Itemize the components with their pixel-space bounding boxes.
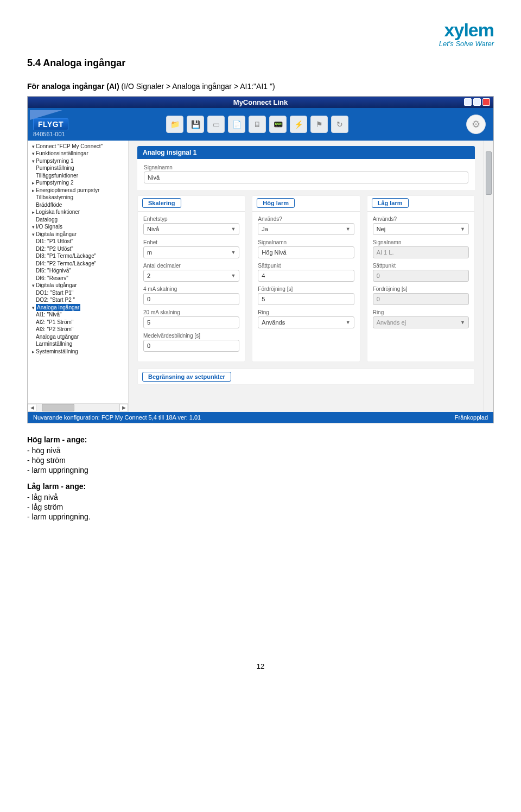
scroll-right-arrow-icon[interactable]: ▶ — [119, 404, 128, 411]
medel-input[interactable]: 0 — [143, 340, 239, 352]
lag-larm-heading-text: Låg larm - ange: — [27, 482, 494, 491]
tree-item[interactable]: DI2: "P2 Utlöst" — [30, 245, 128, 253]
hog-signal-label: Signalnamn — [258, 239, 354, 245]
section-heading: 5.4 Analoga ingångar — [27, 58, 494, 69]
list-item: - hög ström — [27, 456, 494, 465]
window-controls — [464, 98, 490, 106]
tree-item[interactable]: DI5: "Högnivå" — [30, 267, 128, 275]
20ma-input[interactable]: 5 — [143, 316, 239, 328]
lag-delay-input[interactable]: 0 — [373, 293, 469, 305]
tree-item[interactable]: DO1: "Start P1" — [30, 289, 128, 297]
signalname-input[interactable]: Nivå — [144, 172, 468, 183]
tree-triangle-icon: ▾ — [31, 282, 36, 289]
tree-item[interactable]: DI4: "P2 Termo/Läckage" — [30, 260, 128, 268]
setpoint-limit-section[interactable]: Begränsning av setpunkter — [137, 369, 475, 385]
lag-ring-select[interactable]: Används ej▼ — [373, 316, 469, 328]
scroll-thumb[interactable] — [42, 404, 74, 411]
tree-item[interactable]: DI3: "P1 Termo/Läckage" — [30, 252, 128, 260]
tree-item[interactable]: AI3: "P2 Ström" — [30, 326, 128, 333]
tree-item[interactable]: AI2: "P1 Ström" — [30, 319, 128, 326]
tree-item-label: DI2: "P2 Utlöst" — [36, 246, 73, 252]
tree-triangle-icon: ▾ — [31, 150, 36, 157]
minimize-button[interactable] — [464, 98, 472, 106]
window-titlebar: MyConnect Link — [28, 97, 493, 108]
sensor-icon[interactable]: 📟 — [269, 116, 287, 133]
tree-triangle-icon: ▸ — [31, 348, 36, 355]
app-screenshot: MyConnect Link FLYGT 840561-001 📁 💾 ▭ 📄 … — [27, 96, 494, 423]
lag-signal-input[interactable]: AI 1 L. — [373, 246, 469, 258]
brand-tagline: Let's Solve Water — [439, 40, 494, 48]
tree-item[interactable]: AI1: "Nivå" — [30, 311, 128, 319]
hog-signal-input[interactable]: Hög Nivå — [258, 246, 354, 258]
tree-item[interactable]: ▾Funktionsinställningar — [30, 150, 128, 157]
hog-ring-select[interactable]: Används▼ — [258, 316, 354, 328]
enhet-label: Enhet — [143, 239, 239, 245]
gear-icon[interactable]: ⚙ — [466, 115, 486, 134]
window-title: MyConnect Link — [233, 98, 288, 106]
tree-item[interactable]: ▾Digitala utgångar — [30, 282, 128, 289]
tree-item[interactable]: Larminställning — [30, 340, 128, 348]
tree-triangle-icon: ▸ — [31, 180, 36, 186]
tree-item[interactable]: DI1: "P1 Utlöst" — [30, 238, 128, 245]
brand-badge: FLYGT — [33, 118, 68, 130]
tree-item[interactable]: ▾Pumpstyrning 1 — [30, 157, 128, 165]
tree-item-label: AI1: "Nivå" — [36, 312, 62, 318]
4ma-input[interactable]: 0 — [143, 293, 239, 305]
hog-larm-heading-text: Hög larm - ange: — [27, 435, 494, 444]
tree-item[interactable]: Bräddflöde — [30, 201, 128, 209]
bolt-icon[interactable]: ⚡ — [290, 116, 307, 133]
tree-item[interactable]: ▸Energioptimerad pumpstyr — [30, 187, 128, 194]
list-item: - låg nivå — [27, 493, 494, 502]
maximize-button[interactable] — [473, 98, 481, 106]
tree-item[interactable]: Tilläggsfunktioner — [30, 172, 128, 180]
status-left: Nuvarande konfiguration: FCP My Connect … — [33, 414, 201, 421]
tree-item[interactable]: DO2: "Start P2 " — [30, 296, 128, 304]
scroll-left-arrow-icon[interactable]: ◀ — [28, 404, 36, 411]
hog-anvands-select[interactable]: Ja▼ — [258, 223, 354, 235]
hog-satt-input[interactable]: 4 — [258, 270, 354, 282]
list-item: - låg ström — [27, 503, 494, 511]
tree-item[interactable]: ▸Pumpstyrning 2 — [30, 179, 128, 187]
tree-item[interactable]: Datalogg — [30, 216, 128, 224]
tree-item-label: AI3: "P2 Ström" — [36, 326, 73, 332]
nav-tree[interactable]: ▾Connect "FCP My Connect"▾Funktionsinstä… — [28, 141, 129, 412]
monitor-icon[interactable]: 🖥 — [249, 116, 266, 133]
enhetstyp-select[interactable]: Nivå▼ — [143, 223, 239, 235]
tree-item[interactable]: ▸Systeminställning — [30, 348, 128, 356]
decimaler-label: Antal decimaler — [143, 263, 239, 269]
tree-item[interactable]: ▾I/O Signals — [30, 223, 128, 231]
chevron-down-icon: ▼ — [231, 250, 236, 255]
flag-icon[interactable]: ⚑ — [310, 116, 328, 133]
tree-item[interactable]: Pumpinställning — [30, 164, 128, 172]
folder-icon[interactable]: 📁 — [166, 116, 183, 133]
tree-h-scrollbar[interactable]: ◀ ▶ — [28, 403, 128, 412]
medel-label: Medelvärdesbildning [s] — [143, 333, 239, 339]
hog-delay-input[interactable]: 5 — [258, 293, 354, 305]
tree-item[interactable]: ▾Connect "FCP My Connect" — [30, 143, 128, 150]
close-button[interactable] — [482, 98, 490, 106]
tree-triangle-icon: ▸ — [31, 209, 36, 215]
tree-item[interactable]: ▾Analoga ingångar — [30, 304, 128, 312]
enhetstyp-label: Enhetstyp — [143, 216, 239, 222]
enhet-select[interactable]: m▼ — [143, 246, 239, 258]
main-v-scrollbar[interactable] — [484, 141, 493, 412]
doc-icon[interactable]: 📄 — [228, 116, 245, 133]
tree-item[interactable]: Tillbakastyrning — [30, 194, 128, 201]
chevron-down-icon: ▼ — [231, 226, 236, 232]
save-icon[interactable]: 💾 — [187, 116, 204, 133]
tree-item-label: DI5: "Högnivå" — [36, 268, 71, 274]
tree-item[interactable]: DI6: "Reserv" — [30, 275, 128, 282]
card-icon[interactable]: ▭ — [207, 116, 225, 133]
skalering-heading: Skalering — [142, 198, 181, 208]
lag-anvands-select[interactable]: Nej▼ — [373, 223, 469, 235]
decimaler-select[interactable]: 2▼ — [143, 270, 239, 282]
refresh-icon[interactable]: ↻ — [331, 116, 348, 133]
scroll-thumb[interactable] — [486, 151, 492, 195]
lag-satt-input[interactable]: 0 — [373, 270, 469, 282]
tree-item[interactable]: Analoga utgångar — [30, 333, 128, 341]
lag-satt-label: Sättpunkt — [373, 263, 469, 269]
tree-item[interactable]: ▸Logiska funktioner — [30, 208, 128, 216]
tree-item-label: Pumpstyrning 1 — [36, 158, 73, 164]
panel-heading: Analog insignal 1 — [137, 146, 475, 159]
tree-item[interactable]: ▾Digitala ingångar — [30, 231, 128, 238]
